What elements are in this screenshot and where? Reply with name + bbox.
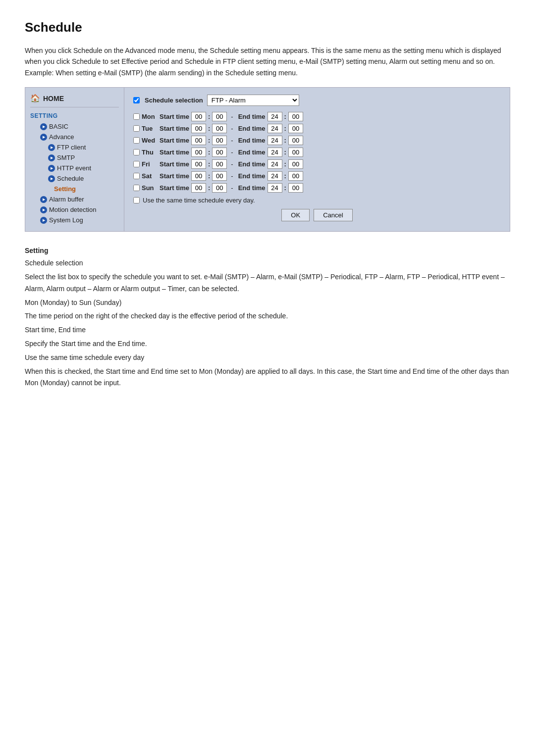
start-min-sat[interactable]	[212, 171, 227, 181]
end-hour-mon[interactable]	[268, 112, 282, 121]
day-checkbox-thu[interactable]	[133, 149, 140, 155]
start-hour-tue[interactable]	[191, 124, 206, 133]
day-row-sat: Sat Start time : - End time :	[133, 171, 501, 181]
cancel-button[interactable]: Cancel	[314, 209, 352, 221]
ok-button[interactable]: OK	[281, 209, 310, 221]
start-min-sun[interactable]	[212, 183, 227, 193]
sidebar-item-ftp-client[interactable]: FTP client	[30, 142, 119, 152]
end-min-fri[interactable]	[288, 159, 303, 169]
end-hour-thu[interactable]	[268, 148, 282, 157]
start-min-tue[interactable]	[212, 124, 227, 133]
end-min-tue[interactable]	[288, 124, 303, 133]
end-time-label-sat: End time	[238, 172, 266, 180]
start-time-label-sat: Start time	[160, 172, 189, 180]
dash-thu: -	[231, 149, 233, 156]
end-hour-fri[interactable]	[268, 159, 282, 169]
sidebar-label-smtp: SMTP	[57, 154, 75, 161]
sidebar-item-alarm-buffer[interactable]: Alarm buffer	[30, 194, 119, 204]
start-min-fri[interactable]	[212, 159, 227, 169]
end-time-label-tue: End time	[238, 125, 266, 132]
end-min-sun[interactable]	[288, 183, 303, 193]
day-checkbox-tue[interactable]	[133, 125, 140, 132]
sidebar-home[interactable]: 🏠 HOME	[30, 94, 119, 107]
day-name-thu: Thu	[142, 149, 157, 156]
end-hour-tue[interactable]	[268, 124, 282, 133]
day-name-tue: Tue	[142, 125, 157, 132]
end-hour-wed[interactable]	[268, 136, 282, 145]
sidebar-item-basic[interactable]: BASIC	[30, 121, 119, 132]
end-min-mon[interactable]	[288, 112, 303, 121]
start-min-thu[interactable]	[212, 148, 227, 157]
end-time-label-thu: End time	[238, 149, 266, 156]
below-para-0: Schedule selection	[25, 257, 510, 269]
dash-fri: -	[231, 160, 233, 168]
day-checkbox-sun[interactable]	[133, 185, 140, 191]
page-title: Schedule	[25, 20, 510, 35]
sidebar-item-motion-detection[interactable]: Motion detection	[30, 204, 119, 215]
end-time-label-sun: End time	[238, 184, 266, 192]
colon2-fri: :	[284, 160, 286, 168]
end-time-label-wed: End time	[238, 137, 266, 144]
schedule-selection-label: Schedule selection	[145, 97, 203, 104]
sidebar-item-system-log[interactable]: System Log	[30, 215, 119, 225]
start-hour-fri[interactable]	[191, 159, 206, 169]
colon2-tue: :	[284, 125, 286, 132]
end-hour-sun[interactable]	[268, 183, 282, 193]
same-time-checkbox[interactable]	[133, 197, 140, 203]
schedule-dropdown[interactable]: FTP - Alarm e-Mail (SMTP) – Alarm e-Mail…	[207, 95, 299, 106]
start-time-label-wed: Start time	[160, 137, 189, 144]
dash-sun: -	[231, 184, 233, 192]
content-area: Schedule selection FTP - Alarm e-Mail (S…	[124, 88, 510, 231]
sidebar-item-http-event[interactable]: HTTP event	[30, 163, 119, 173]
start-hour-wed[interactable]	[191, 136, 206, 145]
end-time-label-fri: End time	[238, 160, 266, 168]
arrow-icon-syslog	[40, 217, 47, 224]
start-hour-sun[interactable]	[191, 183, 206, 193]
sidebar-label-syslog: System Log	[49, 216, 83, 224]
start-hour-mon[interactable]	[191, 112, 206, 121]
end-hour-sat[interactable]	[268, 171, 282, 181]
colon1-sun: :	[208, 184, 210, 192]
start-time-label-tue: Start time	[160, 125, 189, 132]
home-icon: 🏠	[30, 94, 40, 103]
end-min-thu[interactable]	[288, 148, 303, 157]
schedule-selection-row: Schedule selection FTP - Alarm e-Mail (S…	[133, 95, 501, 106]
day-rows-container: Mon Start time : - End time : Tue Start …	[133, 112, 501, 193]
sidebar-item-smtp[interactable]: SMTP	[30, 152, 119, 163]
end-min-sat[interactable]	[288, 171, 303, 181]
colon2-mon: :	[284, 113, 286, 120]
end-min-wed[interactable]	[288, 136, 303, 145]
colon1-tue: :	[208, 125, 210, 132]
day-name-mon: Mon	[142, 113, 157, 120]
sidebar-label-http: HTTP event	[57, 164, 91, 172]
below-para-5: Specify the Start time and the End time.	[25, 338, 510, 350]
start-hour-thu[interactable]	[191, 148, 206, 157]
day-checkbox-mon[interactable]	[133, 113, 140, 120]
start-min-mon[interactable]	[212, 112, 227, 121]
day-checkbox-wed[interactable]	[133, 137, 140, 144]
colon1-sat: :	[208, 172, 210, 180]
arrow-icon-alarm-buffer	[40, 196, 47, 203]
start-hour-sat[interactable]	[191, 171, 206, 181]
day-row-fri: Fri Start time : - End time :	[133, 159, 501, 169]
day-checkbox-fri[interactable]	[133, 161, 140, 167]
start-time-label-thu: Start time	[160, 149, 189, 156]
colon1-mon: :	[208, 113, 210, 120]
dash-wed: -	[231, 137, 233, 144]
schedule-selection-checkbox[interactable]	[133, 97, 140, 103]
sidebar-item-schedule[interactable]: Schedule	[30, 173, 119, 184]
arrow-icon-advance	[40, 134, 47, 141]
below-section-title: Setting	[25, 247, 510, 254]
below-para-2: Mon (Monday) to Sun (Sunday)	[25, 297, 510, 309]
below-para-1: Select the list box to specify the sched…	[25, 271, 510, 295]
arrow-icon-smtp	[48, 154, 55, 161]
sidebar-item-setting[interactable]: Setting	[30, 184, 119, 194]
day-checkbox-sat[interactable]	[133, 173, 140, 179]
arrow-icon-schedule	[48, 175, 55, 182]
colon1-fri: :	[208, 160, 210, 168]
below-para-7: When this is checked, the Start time and…	[25, 366, 510, 390]
sidebar-label-alarm-buffer: Alarm buffer	[49, 196, 84, 203]
start-min-wed[interactable]	[212, 136, 227, 145]
below-para-6: Use the same time schedule every day	[25, 352, 510, 364]
sidebar-item-advance[interactable]: Advance	[30, 132, 119, 142]
